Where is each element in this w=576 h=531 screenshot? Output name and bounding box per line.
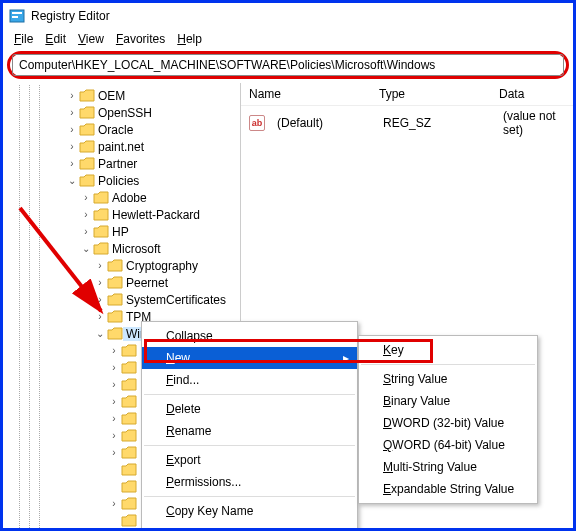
chevron-right-icon[interactable]: › [107, 396, 121, 407]
tree-node[interactable]: ⌄Microsoft [3, 240, 240, 257]
tree-node-label: SystemCertificates [123, 293, 229, 307]
tree-node-label: HP [109, 225, 132, 239]
ctx-new-multistring[interactable]: Multi-String Value [359, 456, 537, 478]
tree-node-label: Oracle [95, 123, 136, 137]
menu-favorites[interactable]: Favorites [111, 32, 170, 46]
chevron-right-icon[interactable]: › [93, 311, 107, 322]
col-name[interactable]: Name [241, 87, 371, 101]
tree-node-label: Cryptography [123, 259, 201, 273]
chevron-right-icon[interactable]: › [65, 90, 79, 101]
menu-edit[interactable]: Edit [40, 32, 71, 46]
address-bar[interactable]: Computer\HKEY_LOCAL_MACHINE\SOFTWARE\Pol… [12, 54, 564, 76]
ctx-new-string[interactable]: String Value [359, 368, 537, 390]
ctx-new-dword[interactable]: DWORD (32-bit) Value [359, 412, 537, 434]
value-name: (Default) [269, 116, 375, 130]
folder-icon [121, 497, 137, 511]
value-type: REG_SZ [375, 116, 495, 130]
svg-rect-2 [12, 16, 18, 18]
ctx-new-qword[interactable]: QWORD (64-bit) Value [359, 434, 537, 456]
value-row[interactable]: ab (Default) REG_SZ (value not set) [241, 106, 573, 140]
tree-node[interactable]: ›OpenSSH [3, 104, 240, 121]
chevron-right-icon[interactable]: › [65, 107, 79, 118]
svg-rect-1 [12, 12, 22, 14]
context-menu: Collapse New ▸ Find... Delete Rename Exp… [141, 321, 358, 531]
context-submenu-new: Key String Value Binary Value DWORD (32-… [358, 335, 538, 504]
chevron-right-icon[interactable]: › [107, 447, 121, 458]
menu-file[interactable]: File [9, 32, 38, 46]
folder-icon [121, 344, 137, 358]
ctx-copy-key-name[interactable]: Copy Key Name [142, 500, 357, 522]
folder-icon [79, 140, 95, 154]
chevron-right-icon[interactable]: › [65, 158, 79, 169]
folder-icon [121, 361, 137, 375]
tree-node[interactable]: ›Oracle [3, 121, 240, 138]
folder-icon [79, 89, 95, 103]
tree-node[interactable]: ›Adobe [3, 189, 240, 206]
folder-icon [93, 191, 109, 205]
folder-icon [121, 429, 137, 443]
tree-node[interactable]: ›Cryptography [3, 257, 240, 274]
chevron-right-icon[interactable]: › [107, 413, 121, 424]
folder-icon [79, 157, 95, 171]
folder-icon [79, 123, 95, 137]
tree-node[interactable]: ›OEM [3, 87, 240, 104]
chevron-right-icon[interactable]: › [93, 260, 107, 271]
tree-node[interactable]: ›paint.net [3, 138, 240, 155]
folder-icon [121, 463, 137, 477]
tree-node[interactable]: ›Partner [3, 155, 240, 172]
address-highlight: Computer\HKEY_LOCAL_MACHINE\SOFTWARE\Pol… [7, 51, 569, 79]
tree-node[interactable]: ⌄Policies [3, 172, 240, 189]
menu-help[interactable]: Help [172, 32, 207, 46]
col-type[interactable]: Type [371, 87, 491, 101]
chevron-right-icon[interactable]: › [107, 498, 121, 509]
chevron-right-icon[interactable]: › [79, 226, 93, 237]
folder-icon [121, 514, 137, 528]
ctx-new-key[interactable]: Key [359, 339, 537, 361]
chevron-right-icon[interactable]: › [107, 379, 121, 390]
chevron-down-icon[interactable]: ⌄ [79, 243, 93, 254]
chevron-right-icon[interactable]: › [65, 141, 79, 152]
chevron-down-icon[interactable]: ⌄ [93, 328, 107, 339]
string-value-icon: ab [249, 115, 265, 131]
folder-icon [107, 259, 123, 273]
tree-node[interactable]: ›Hewlett-Packard [3, 206, 240, 223]
ctx-export[interactable]: Export [142, 449, 357, 471]
menu-view[interactable]: View [73, 32, 109, 46]
ctx-new-expandstring[interactable]: Expandable String Value [359, 478, 537, 500]
tree-node[interactable]: ›SystemCertificates [3, 291, 240, 308]
window-title: Registry Editor [31, 9, 110, 23]
chevron-right-icon: ▸ [343, 351, 349, 365]
chevron-right-icon[interactable]: › [107, 362, 121, 373]
folder-icon [93, 242, 109, 256]
tree-node-label: Adobe [109, 191, 150, 205]
ctx-new-binary[interactable]: Binary Value [359, 390, 537, 412]
ctx-collapse[interactable]: Collapse [142, 325, 357, 347]
folder-icon [107, 327, 123, 341]
folder-icon [93, 208, 109, 222]
ctx-new[interactable]: New ▸ [142, 347, 357, 369]
tree-node[interactable]: ›Peernet [3, 274, 240, 291]
folder-icon [79, 174, 95, 188]
chevron-right-icon[interactable]: › [107, 430, 121, 441]
ctx-delete[interactable]: Delete [142, 398, 357, 420]
col-data[interactable]: Data [491, 87, 573, 101]
tree-node-label: OEM [95, 89, 128, 103]
chevron-right-icon[interactable]: › [79, 209, 93, 220]
ctx-find[interactable]: Find... [142, 369, 357, 391]
chevron-right-icon[interactable]: › [107, 345, 121, 356]
ctx-rename[interactable]: Rename [142, 420, 357, 442]
chevron-right-icon[interactable]: › [93, 277, 107, 288]
folder-icon [121, 395, 137, 409]
ctx-permissions[interactable]: Permissions... [142, 471, 357, 493]
chevron-right-icon[interactable]: › [79, 192, 93, 203]
chevron-down-icon[interactable]: ⌄ [65, 175, 79, 186]
folder-icon [121, 480, 137, 494]
tree-node-label: Microsoft [109, 242, 164, 256]
folder-icon [107, 310, 123, 324]
folder-icon [107, 276, 123, 290]
folder-icon [79, 106, 95, 120]
chevron-right-icon[interactable]: › [93, 294, 107, 305]
tree-node[interactable]: ›HP [3, 223, 240, 240]
chevron-right-icon[interactable]: › [65, 124, 79, 135]
folder-icon [93, 225, 109, 239]
